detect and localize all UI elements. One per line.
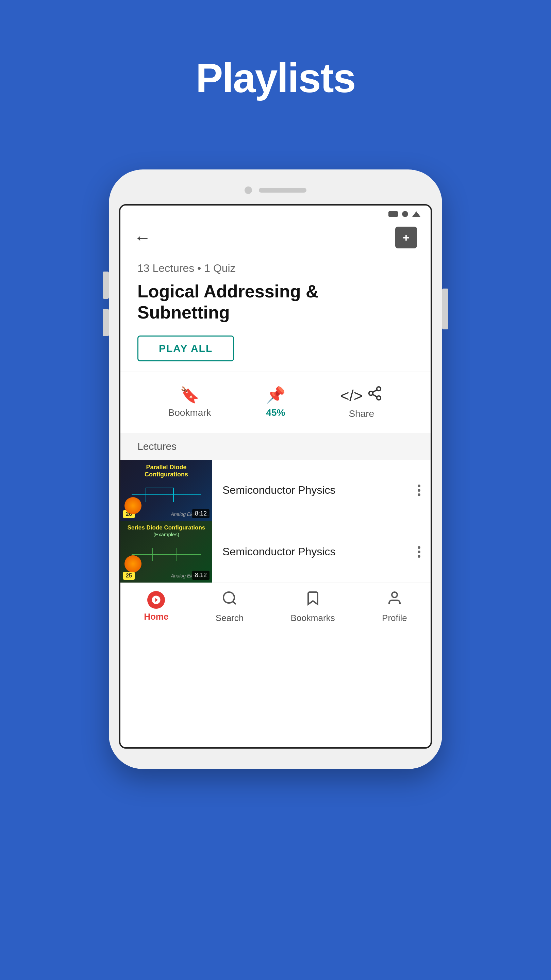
share-label: Share [349, 408, 374, 419]
duration-badge-2: 8:12 [192, 571, 210, 580]
dot-4 [418, 546, 421, 549]
signal-icon [402, 211, 408, 217]
add-icon: + [403, 231, 410, 244]
play-all-button[interactable]: PLAY ALL [137, 336, 234, 361]
lecture-info-1: Semiconductor Physics [212, 476, 408, 504]
nav-search[interactable]: Search [216, 590, 243, 624]
bookmark-icon: 🔖 [180, 385, 199, 404]
svg-line-4 [373, 390, 377, 392]
share-action[interactable]: </> Share [340, 385, 383, 419]
dot-2 [418, 489, 421, 492]
front-camera [245, 186, 252, 194]
thumbnail-title-2: Series Diode Configurations [123, 524, 210, 532]
bookmarks-icon [305, 590, 321, 610]
svg-point-5 [224, 592, 234, 603]
course-title: Logical Addressing & Subnetting [137, 281, 414, 323]
status-bar [121, 205, 430, 220]
thumbnail-subtitle-2: (Examples) [123, 531, 210, 537]
phone-speaker [259, 188, 306, 192]
phone-top-bar [119, 183, 432, 197]
lecture-item-2[interactable]: Series Diode Configurations (Examples) 2… [121, 521, 430, 583]
page-title: Playlists [196, 54, 356, 102]
back-button[interactable]: ← [134, 228, 151, 247]
nav-profile-label: Profile [382, 613, 407, 624]
lecture-name-1: Semiconductor Physics [222, 483, 401, 498]
nav-search-label: Search [216, 613, 243, 624]
svg-point-7 [392, 592, 397, 598]
course-info: 13 Lectures • 1 Quiz Logical Addressing … [121, 255, 430, 372]
profile-icon [386, 590, 403, 610]
dot-3 [418, 493, 421, 496]
nav-bookmarks-label: Bookmarks [291, 613, 335, 624]
dot-6 [418, 555, 421, 558]
wifi-icon [412, 211, 421, 217]
lecture-more-button-1[interactable] [408, 478, 430, 503]
svg-point-0 [377, 387, 381, 391]
share-icon: </> [340, 385, 383, 405]
progress-action[interactable]: 📌 45% [266, 385, 285, 419]
phone-side-buttons-left [103, 272, 109, 336]
bottom-nav: Home Search Bookmarks [121, 583, 430, 630]
lecture-item[interactable]: Parallel Diode Configurations 26 Analog … [121, 460, 430, 521]
lecture-thumbnail-1: Parallel Diode Configurations 26 Analog … [121, 460, 212, 521]
phone-frame: ← + 13 Lectures • 1 Quiz Logical Address… [109, 169, 442, 769]
home-icon [147, 591, 165, 609]
dot-1 [418, 485, 421, 487]
svg-line-6 [233, 601, 236, 605]
lecture-name-2: Semiconductor Physics [222, 545, 401, 559]
lecture-thumbnail-2: Series Diode Configurations (Examples) 2… [121, 521, 212, 582]
actions-row: 🔖 Bookmark 📌 45% </> Share [121, 372, 430, 433]
svg-line-3 [373, 395, 377, 397]
search-icon [221, 590, 238, 610]
phone-side-buttons-right [442, 288, 448, 329]
circuit-element-2 [124, 555, 141, 572]
power-button [442, 288, 448, 329]
volume-up-button [103, 272, 109, 299]
battery-icon [388, 211, 398, 217]
circuit-element-1 [124, 497, 141, 514]
duration-badge-1: 8:12 [192, 509, 210, 518]
volume-down-button [103, 309, 109, 336]
nav-home[interactable]: Home [144, 591, 168, 622]
svg-point-2 [377, 396, 381, 400]
svg-point-1 [369, 391, 373, 395]
top-bar: ← + [121, 220, 430, 255]
course-meta: 13 Lectures • 1 Quiz [137, 262, 414, 275]
nav-profile[interactable]: Profile [382, 590, 407, 624]
nav-bookmarks[interactable]: Bookmarks [291, 590, 335, 624]
bookmark-action[interactable]: 🔖 Bookmark [168, 385, 211, 419]
pin-icon: 📌 [266, 385, 285, 404]
nav-home-label: Home [144, 611, 168, 622]
episode-badge-2: 25 [123, 572, 135, 580]
add-to-playlist-button[interactable]: + [395, 227, 417, 248]
progress-label: 45% [266, 407, 285, 418]
thumbnail-title-1: Parallel Diode Configurations [123, 463, 210, 480]
dot-5 [418, 550, 421, 553]
bookmark-label: Bookmark [168, 407, 211, 418]
lecture-info-2: Semiconductor Physics [212, 538, 408, 566]
section-header: Lectures [121, 433, 430, 460]
phone-screen: ← + 13 Lectures • 1 Quiz Logical Address… [119, 204, 432, 749]
lecture-more-button-2[interactable] [408, 539, 430, 565]
